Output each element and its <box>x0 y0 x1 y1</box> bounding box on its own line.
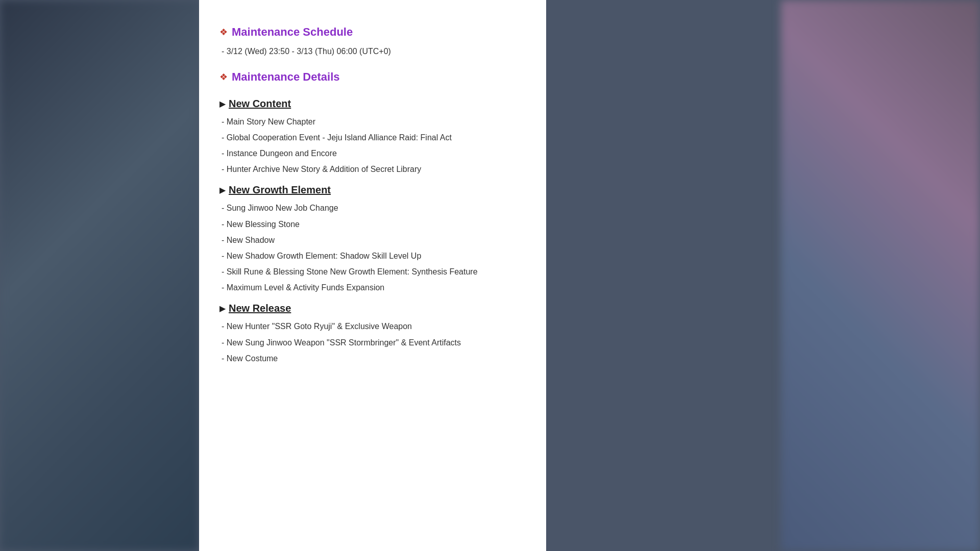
new-content-title: New Content <box>229 98 291 110</box>
content-panel: ❖ Maintenance Schedule - 3/12 (Wed) 23:5… <box>199 0 546 551</box>
list-item: - Hunter Archive New Story & Addition of… <box>222 162 526 176</box>
new-release-header: ▶ New Release <box>219 303 526 314</box>
diamond-icon-details: ❖ <box>219 71 228 83</box>
maintenance-time-text: - 3/12 (Wed) 23:50 - 3/13 (Thu) 06:00 (U… <box>222 45 526 58</box>
maintenance-details-title: Maintenance Details <box>232 70 340 84</box>
list-item: - New Shadow <box>222 233 526 247</box>
list-item: - Skill Rune & Blessing Stone New Growth… <box>222 265 526 279</box>
new-growth-header: ▶ New Growth Element <box>219 184 526 196</box>
maintenance-schedule-header: ❖ Maintenance Schedule <box>219 26 526 39</box>
list-item: - Main Story New Chapter <box>222 115 526 129</box>
triangle-icon-new-release: ▶ <box>219 304 226 313</box>
maintenance-details-header: ❖ Maintenance Details <box>219 70 526 84</box>
new-growth-title: New Growth Element <box>229 184 331 196</box>
list-item: - New Hunter "SSR Goto Ryuji" & Exclusiv… <box>222 319 526 333</box>
list-item: - New Costume <box>222 352 526 365</box>
maintenance-schedule-title: Maintenance Schedule <box>232 26 353 39</box>
background-right <box>781 0 980 551</box>
list-item: - New Blessing Stone <box>222 217 526 231</box>
new-content-header: ▶ New Content <box>219 98 526 110</box>
diamond-icon-schedule: ❖ <box>219 27 228 38</box>
list-item: - Sung Jinwoo New Job Change <box>222 201 526 215</box>
list-item: - Maximum Level & Activity Funds Expansi… <box>222 281 526 294</box>
triangle-icon-new-content: ▶ <box>219 99 226 109</box>
list-item: - New Sung Jinwoo Weapon "SSR Stormbring… <box>222 336 526 349</box>
triangle-icon-new-growth: ▶ <box>219 185 226 195</box>
list-item: - New Shadow Growth Element: Shadow Skil… <box>222 249 526 263</box>
list-item: - Global Cooperation Event - Jeju Island… <box>222 131 526 144</box>
background-left <box>0 0 199 551</box>
list-item: - Instance Dungeon and Encore <box>222 146 526 160</box>
new-release-title: New Release <box>229 303 291 314</box>
